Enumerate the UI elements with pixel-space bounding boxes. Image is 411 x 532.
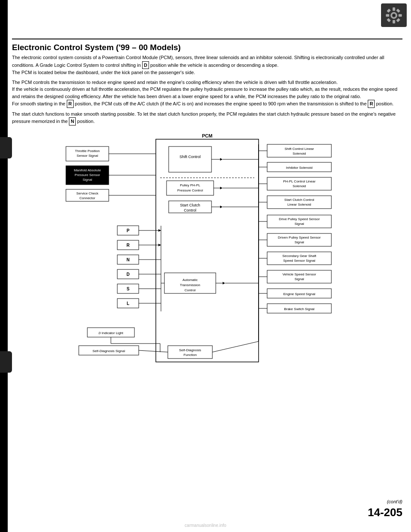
svg-rect-19 [169, 146, 211, 172]
out-driven-pulley-line2: Signal [295, 240, 304, 244]
input-throttle-line1: Throttle Position [75, 149, 100, 153]
self-diag-signal: Self-Diagnosis Signal [92, 349, 125, 353]
out-shift-sol-line1: Shift Control Linear [285, 147, 314, 151]
gear-N: N [126, 257, 129, 262]
gear-D: D [126, 272, 129, 277]
svg-marker-39 [158, 244, 161, 246]
page-footer: (cont'd) 14-205 [368, 499, 402, 519]
out-clutch-line1: Start Clutch Control [284, 198, 314, 202]
ctrl-clutch-line1: Start Clutch [180, 203, 200, 207]
main-content: Electronic Control System ('99 – 00 Mode… [12, 0, 402, 384]
gear-icon [381, 3, 407, 27]
svg-rect-5 [399, 14, 402, 17]
out-engine-speed: Engine Speed Signal [283, 292, 316, 296]
D-indicator: D [142, 61, 149, 69]
svg-line-80 [212, 341, 259, 352]
svg-rect-4 [386, 14, 389, 17]
svg-rect-2 [393, 7, 395, 10]
svg-rect-12 [156, 139, 259, 362]
gear-P: P [127, 228, 130, 233]
svg-line-79 [139, 350, 168, 352]
gear-R: R [126, 243, 130, 248]
out-sec-gear-line2: Speed Sensor Signal [283, 259, 315, 263]
title-rule [12, 39, 402, 39]
page-title: Electronic Control System ('99 – 00 Mode… [12, 43, 402, 52]
gear-L: L [127, 301, 129, 306]
R-indicator: R [67, 100, 74, 108]
svg-rect-3 [393, 20, 395, 23]
ctrl-shift-line1: Shift Control [179, 155, 201, 159]
out-brake-switch: Brake Switch Signal [284, 307, 314, 311]
svg-marker-36 [158, 229, 161, 232]
out-vss-line2: Signal [295, 277, 304, 281]
pcm-label: PCM [202, 133, 212, 138]
svg-rect-9 [396, 18, 400, 22]
ctrl-pulley-line1: Pulley PH-PL [180, 183, 200, 187]
clip-bottom [0, 351, 12, 373]
input-map-line1: Manifold Absolute [74, 168, 101, 172]
clip-top [0, 137, 12, 158]
svg-marker-25 [220, 187, 223, 189]
system-diagram: PCM Throttle Position Sensor Signal Mani… [12, 132, 402, 384]
ctrl-diag-line1: Self-Diagnosis [179, 348, 201, 352]
out-drive-pulley-line2: Signal [295, 222, 304, 226]
out-phpl-line2: Solenoid [292, 184, 306, 188]
svg-marker-28 [220, 206, 223, 208]
left-border [0, 0, 8, 532]
ctrl-auto-line2: Transmission [180, 283, 200, 287]
page-number: 14-205 [368, 506, 402, 519]
intro-text: The electronic control system consists o… [12, 54, 402, 126]
N-indicator: N [69, 117, 76, 126]
out-clutch-line2: Linear Solenoid [287, 203, 311, 206]
svg-marker-31 [223, 282, 225, 284]
svg-rect-6 [387, 9, 390, 12]
R-indicator-2: R [368, 100, 375, 108]
contd-text: (cont'd) [368, 499, 402, 504]
ctrl-auto-line1: Automatic [182, 278, 198, 282]
svg-rect-7 [396, 9, 400, 12]
out-driven-pulley-line1: Driven Pulley Speed Sensor [278, 236, 321, 239]
svg-marker-21 [220, 158, 223, 161]
indicator-light: D Indicator Light [98, 331, 123, 335]
svg-point-11 [393, 14, 395, 17]
input-throttle-line2: Sensor Signal [77, 154, 98, 158]
svg-rect-8 [387, 18, 390, 22]
gear-S: S [127, 287, 130, 291]
watermark: carmanualsonline.info [185, 523, 226, 528]
out-vss-line1: Vehicle Speed Sensor [283, 272, 316, 276]
para-2: The PCM controls the transmission to red… [12, 79, 402, 108]
ctrl-pulley-line2: Pressure Control [177, 188, 203, 192]
ctrl-clutch-line2: Control [184, 208, 196, 212]
ctrl-auto-line3: Control [185, 288, 196, 292]
para-1: The electronic control system consists o… [12, 54, 402, 76]
input-map-line2: Pressure Sensor [74, 173, 100, 177]
para-3: The start clutch functions to make smoot… [12, 111, 402, 126]
out-shift-sol-line2: Solenoid [292, 152, 306, 155]
input-service-line2: Connector [80, 196, 95, 200]
input-map-line3: Signal [83, 178, 92, 182]
input-service-line1: Service Check [76, 191, 99, 195]
out-drive-pulley-line1: Drive Pulley Speed Sensor [279, 217, 320, 221]
ctrl-diag-line2: Function [184, 353, 197, 357]
out-sec-gear-line1: Secondary Gear Shaft [282, 254, 316, 258]
out-phpl-line1: PH-PL Control Linear [283, 179, 316, 183]
out-inhibitor: Inhibitor Solenoid [286, 166, 313, 170]
